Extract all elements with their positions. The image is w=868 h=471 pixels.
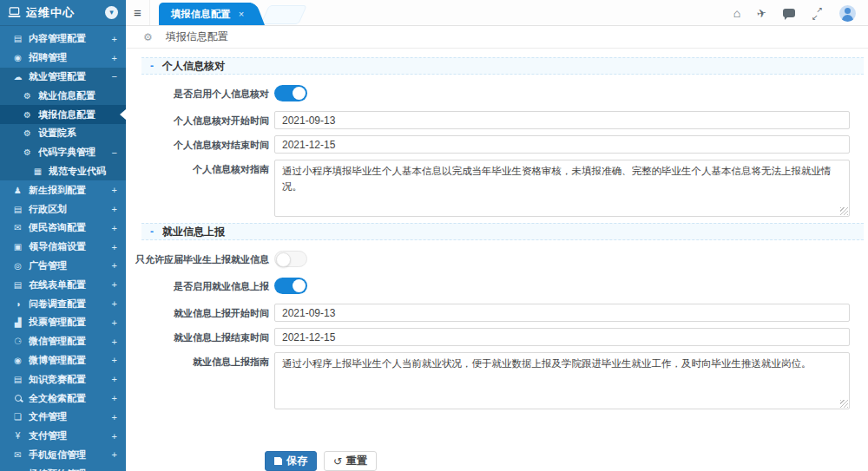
gear-icon: ⚙ xyxy=(21,147,34,157)
chat-icon[interactable] xyxy=(783,9,795,17)
chevron-down-circle-icon[interactable]: ▾ xyxy=(105,6,118,19)
field-label: 就业信息上报结束时间 xyxy=(141,328,269,344)
menu-toggle-icon[interactable]: ≡ xyxy=(126,0,150,25)
expand-icon[interactable]: + xyxy=(112,317,117,328)
sidebar-item-weibo-mgmt[interactable]: ◉微博管理配置+ xyxy=(0,351,126,370)
paper-plane-icon[interactable]: ✈ xyxy=(756,7,767,20)
tab-report-info-config[interactable]: 填报信息配置 × xyxy=(159,3,251,25)
save-icon xyxy=(274,457,282,465)
field-label: 个人信息核对结束时间 xyxy=(141,135,269,152)
sidebar: 运维中心 ▾ ▤内容管理配置+◉招聘管理+☁就业管理配置−⚙就业信息配置⚙填报信… xyxy=(0,0,126,471)
section-header-employment-report[interactable]: -就业信息上报 xyxy=(141,223,864,240)
cloud-icon: ☁ xyxy=(11,72,24,82)
sidebar-item-quiz-config[interactable]: ▤知识竞赛配置+ xyxy=(0,370,126,389)
sidebar-item-code-dict-mgmt[interactable]: ⚙代码字典管理− xyxy=(0,143,126,162)
field-label: 就业信息上报开始时间 xyxy=(141,304,269,320)
inbox-icon: ▣ xyxy=(11,242,24,252)
sidebar-item-fulltext-search[interactable]: 全文检索配置+ xyxy=(0,389,126,408)
expand-icon[interactable]: + xyxy=(112,279,117,290)
doc-icon: ▤ xyxy=(11,205,24,214)
collapse-icon[interactable]: − xyxy=(112,71,117,82)
expand-icon[interactable]: + xyxy=(112,242,117,252)
mail-icon: ✉ xyxy=(11,223,24,232)
tab-label: 填报信息配置 xyxy=(171,8,231,21)
doc-icon: ▤ xyxy=(11,34,24,43)
enable-personal-check-toggle[interactable] xyxy=(274,85,307,101)
sidebar-item-set-departments[interactable]: ⚙设置院系 xyxy=(0,124,126,143)
personal-check-guide-textarea[interactable] xyxy=(274,160,850,217)
sidebar-header[interactable]: 运维中心 ▾ xyxy=(0,0,126,26)
sidebar-item-admin-divisions[interactable]: ▤行政区划+ xyxy=(0,200,126,219)
save-button[interactable]: 保存 xyxy=(265,451,317,471)
sidebar-item-ad-mgmt[interactable]: ◎广告管理+ xyxy=(0,257,126,276)
section-title: 就业信息上报 xyxy=(162,225,225,239)
sidebar-item-sms-mgmt[interactable]: ✉手机短信管理+ xyxy=(0,446,126,465)
employment-report-start-input[interactable] xyxy=(274,304,850,322)
weibo-icon: ◉ xyxy=(11,356,24,365)
file-icon: ❏ xyxy=(11,412,24,422)
section-header-personal-info-check[interactable]: -个人信息核对 xyxy=(141,57,864,75)
gear-icon: ⚙ xyxy=(21,91,34,101)
sidebar-item-freshman-registration[interactable]: ♟新生报到配置+ xyxy=(0,180,126,200)
sidebar-item-leader-mailbox[interactable]: ▣领导信箱设置+ xyxy=(0,238,126,257)
expand-icon[interactable]: + xyxy=(112,223,117,233)
form-row: 是否启用就业信息上报 xyxy=(141,277,864,298)
collapse-icon[interactable]: - xyxy=(150,60,154,72)
fullscreen-icon[interactable] xyxy=(812,8,823,19)
sidebar-item-label: 设置院系 xyxy=(38,127,126,140)
field-label: 是否启用个人信息核对 xyxy=(141,84,269,101)
enable-employment-report-toggle[interactable] xyxy=(274,278,307,294)
gear-icon: ⚙ xyxy=(21,128,34,138)
sidebar-item-payment-mgmt[interactable]: ¥支付管理+ xyxy=(0,427,126,446)
home-icon[interactable]: ⌂ xyxy=(733,7,740,19)
collapse-icon[interactable]: − xyxy=(112,147,117,158)
eye-icon: ◉ xyxy=(11,53,24,62)
expand-icon[interactable]: + xyxy=(112,337,117,347)
expand-icon[interactable]: + xyxy=(112,260,117,271)
app-title: 运维中心 xyxy=(26,5,100,21)
sidebar-item-file-mgmt[interactable]: ❏文件管理+ xyxy=(0,408,126,427)
sidebar-item-content-mgmt[interactable]: ▤内容管理配置+ xyxy=(0,29,126,49)
expand-icon[interactable]: + xyxy=(112,393,117,403)
expand-icon[interactable]: + xyxy=(112,298,117,309)
gear-icon: ⚙ xyxy=(21,110,34,120)
sidebar-item-wechat-mgmt[interactable]: ⚆微信管理配置+ xyxy=(0,332,126,351)
expand-icon[interactable]: + xyxy=(112,53,117,63)
sidebar-item-employment-info-config[interactable]: ⚙就业信息配置 xyxy=(0,86,126,105)
app-window: 运维中心 ▾ ▤内容管理配置+◉招聘管理+☁就业管理配置−⚙就业信息配置⚙填报信… xyxy=(0,0,868,471)
card-icon: ▦ xyxy=(31,167,44,176)
sidebar-item-vote-mgmt[interactable]: ▟投票管理配置+ xyxy=(0,313,126,332)
sidebar-item-report-info-config[interactable]: ⚙填报信息配置 xyxy=(0,105,126,124)
sidebar-item-recruit-mgmt[interactable]: ◉招聘管理+ xyxy=(0,49,126,68)
tab-close-icon[interactable]: × xyxy=(239,9,244,19)
collapse-icon[interactable]: - xyxy=(150,226,154,238)
sidebar-item-citizen-consult[interactable]: ✉便民咨询配置+ xyxy=(0,219,126,238)
sidebar-item-venue-booking[interactable]: ◷场馆预约管理+ xyxy=(0,464,126,471)
avatar[interactable] xyxy=(839,5,856,22)
only-fresh-graduates-toggle[interactable] xyxy=(274,251,307,267)
sidebar-item-standard-major-codes[interactable]: ▦规范专业代码 xyxy=(0,162,126,181)
expand-icon[interactable]: + xyxy=(112,185,117,195)
expand-icon[interactable]: + xyxy=(112,204,117,214)
personal-check-end-input[interactable] xyxy=(274,135,850,154)
expand-icon[interactable]: + xyxy=(112,431,117,442)
expand-icon[interactable]: + xyxy=(112,374,117,384)
employment-report-end-input[interactable] xyxy=(274,328,850,346)
sidebar-item-label: 规范专业代码 xyxy=(49,165,126,178)
expand-icon[interactable]: + xyxy=(112,355,117,365)
expand-icon[interactable]: + xyxy=(112,449,117,460)
sidebar-item-employment-mgmt[interactable]: ☁就业管理配置− xyxy=(0,68,126,87)
chart-icon: ▟ xyxy=(11,317,24,327)
sidebar-item-online-forms[interactable]: ▤在线表单配置+ xyxy=(0,275,126,294)
employment-report-guide-textarea[interactable] xyxy=(274,352,850,409)
reset-button[interactable]: ↺ 重置 xyxy=(324,451,377,471)
quiz-icon: ▤ xyxy=(11,375,24,384)
tab-bar: ≡ 填报信息配置 × ⌂ ✈ xyxy=(126,0,868,26)
expand-icon[interactable]: + xyxy=(112,34,117,44)
person-icon: ♟ xyxy=(11,186,24,195)
expand-icon[interactable]: + xyxy=(112,412,117,422)
sidebar-item-label: 填报信息配置 xyxy=(38,108,126,121)
sidebar-item-survey-config[interactable]: ◑问卷调查配置+ xyxy=(0,294,126,313)
personal-check-start-input[interactable] xyxy=(274,111,850,129)
breadcrumb-label: 填报信息配置 xyxy=(166,29,228,44)
